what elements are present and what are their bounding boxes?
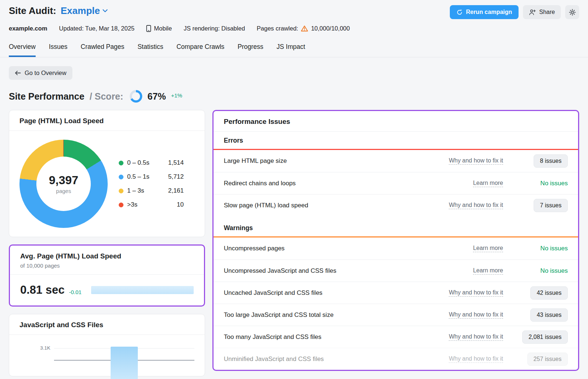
- score-label: / Score:: [90, 91, 123, 102]
- why-how-to-fix-link[interactable]: Why and how to fix it: [449, 333, 503, 341]
- campaign-meta-row: example.com Updated: Tue, Mar 18, 2025 M…: [9, 25, 579, 32]
- warnings-section-title: Warnings: [214, 216, 578, 236]
- legend-value: 2,161: [161, 187, 184, 194]
- avg-load-speed-delta: -0.01: [69, 289, 82, 295]
- chart-bar: [111, 347, 138, 379]
- load-speed-card: Page (HTML) Load Speed 9,397 pages 0 – 0…: [9, 110, 205, 237]
- project-name: Example: [61, 5, 100, 17]
- issues-count-button[interactable]: 42 issues: [530, 286, 568, 300]
- avg-card-title: Avg. Page (HTML) Load Speed: [20, 252, 194, 260]
- legend-value: 10: [161, 201, 184, 208]
- score-ring: [130, 90, 142, 103]
- updated-date: Updated: Tue, Mar 18, 2025: [59, 25, 135, 32]
- site-audit-page: Site Audit: Example Rerun campaign Share: [0, 0, 588, 376]
- campaign-domain: example.com: [9, 25, 47, 32]
- tab-progress[interactable]: Progress: [238, 43, 263, 57]
- pages-crawled-value: 10,000/10,000: [311, 25, 350, 32]
- issues-count-button[interactable]: 43 issues: [530, 308, 568, 322]
- why-how-to-fix-link[interactable]: Why and how to fix it: [449, 289, 503, 297]
- donut-total-pages: 9,397: [49, 174, 78, 187]
- chevron-down-icon: [103, 9, 108, 12]
- issue-label: Large HTML page size: [224, 157, 449, 165]
- arrow-left-icon: [15, 71, 21, 75]
- legend-value: 5,712: [161, 173, 184, 180]
- go-to-overview-label: Go to Overview: [25, 69, 67, 76]
- page-title: Site Audit:: [9, 5, 56, 17]
- gridline-label: 3.1K: [33, 345, 50, 351]
- tab-issues[interactable]: Issues: [49, 43, 68, 57]
- section-title: Site Performance: [9, 91, 85, 102]
- warning-triangle-icon: [301, 25, 308, 32]
- legend-value: 1,514: [161, 159, 184, 167]
- share-button[interactable]: Share: [523, 5, 561, 19]
- settings-button[interactable]: [565, 5, 579, 19]
- issues-count-button[interactable]: 2,081 issues: [522, 330, 568, 344]
- why-how-to-fix-link[interactable]: Why and how to fix it: [449, 202, 503, 209]
- avg-load-speed-value: 0.81 sec: [20, 283, 65, 297]
- tab-crawled-pages[interactable]: Crawled Pages: [81, 43, 125, 57]
- learn-more-link[interactable]: Learn more: [473, 267, 503, 275]
- learn-more-link[interactable]: Learn more: [473, 245, 503, 252]
- legend-label: 0.5 – 1s: [127, 173, 161, 180]
- legend-label: 1 – 3s: [127, 187, 161, 194]
- legend-row: >3s 10: [119, 201, 184, 208]
- gear-icon: [569, 9, 576, 16]
- issue-row: Too many JavaScript and CSS files Why an…: [214, 326, 578, 348]
- js-rendering-status: JS rendering: Disabled: [184, 25, 245, 32]
- tab-overview[interactable]: Overview: [9, 43, 36, 57]
- section-heading: Site Performance / Score: 67% +1%: [9, 90, 579, 103]
- performance-issues-title: Performance Issues: [224, 118, 568, 126]
- load-speed-card-title: Page (HTML) Load Speed: [19, 117, 194, 125]
- issue-label: Too many JavaScript and CSS files: [224, 333, 449, 341]
- issue-label: Uncached JavaScript and CSS files: [224, 289, 449, 297]
- issue-row: Redirect chains and loops Learn more No …: [214, 172, 578, 194]
- rerun-campaign-button[interactable]: Rerun campaign: [450, 5, 519, 19]
- pages-crawled-label: Pages crawled:: [257, 25, 298, 32]
- topbar: Site Audit: Example Rerun campaign Share: [9, 0, 579, 19]
- score-delta: +1%: [171, 92, 182, 99]
- errors-section-title: Errors: [214, 132, 578, 149]
- project-selector[interactable]: Example: [61, 5, 108, 17]
- tab-js-impact[interactable]: JS Impact: [277, 43, 305, 57]
- issue-row: Large HTML page size Why and how to fix …: [214, 150, 578, 172]
- issue-row: Unminified JavaScript and CSS files Why …: [214, 348, 578, 370]
- donut-total-unit: pages: [56, 188, 71, 194]
- issue-row: Uncompressed pages Learn more No issues: [214, 237, 578, 260]
- issue-row: Too large JavaScript and CSS total size …: [214, 304, 578, 326]
- performance-issues-card: Performance Issues Errors Large HTML pag…: [212, 110, 579, 371]
- why-how-to-fix-link[interactable]: Why and how to fix it: [449, 157, 503, 165]
- legend-row: 0.5 – 1s 5,712: [119, 173, 184, 180]
- issue-label: Too large JavaScript and CSS total size: [224, 311, 449, 319]
- no-issues-status: No issues: [540, 245, 568, 252]
- no-issues-status: No issues: [540, 180, 568, 187]
- learn-more-link[interactable]: Learn more: [473, 180, 503, 187]
- legend-label: >3s: [127, 201, 161, 208]
- rerun-campaign-label: Rerun campaign: [466, 9, 512, 15]
- load-speed-donut: 9,397 pages: [19, 140, 108, 228]
- issue-label: Slow page (HTML) load speed: [224, 202, 449, 209]
- why-how-to-fix-link[interactable]: Why and how to fix it: [449, 311, 503, 319]
- why-how-to-fix-link[interactable]: Why and how to fix it: [449, 355, 503, 363]
- js-css-files-card: JavaScript and CSS Files 3.1K: [9, 314, 205, 376]
- mobile-device-icon: [146, 25, 151, 32]
- load-speed-legend: 0 – 0.5s 1,514 0.5 – 1s 5,712 1 – 3s 2,1…: [119, 159, 184, 208]
- tab-statistics[interactable]: Statistics: [137, 43, 163, 57]
- avg-load-speed-bar: [91, 286, 194, 294]
- go-to-overview-button[interactable]: Go to Overview: [9, 66, 72, 80]
- share-person-plus-icon: [529, 9, 536, 15]
- refresh-icon: [456, 9, 463, 15]
- issues-count-button[interactable]: 257 issues: [527, 353, 568, 366]
- legend-dot-yellow: [119, 189, 123, 193]
- js-css-card-title: JavaScript and CSS Files: [19, 321, 194, 329]
- avg-card-subtitle: of 10,000 pages: [20, 262, 194, 269]
- issue-label: Uncompressed pages: [224, 245, 473, 252]
- issue-row: Uncompressed JavaScript and CSS files Le…: [214, 260, 578, 282]
- tab-compare-crawls[interactable]: Compare Crawls: [176, 43, 224, 57]
- legend-dot-red: [119, 203, 123, 207]
- issues-count-button[interactable]: 7 issues: [534, 199, 568, 212]
- legend-row: 1 – 3s 2,161: [119, 187, 184, 194]
- avg-load-speed-card: Avg. Page (HTML) Load Speed of 10,000 pa…: [9, 244, 205, 307]
- issues-count-button[interactable]: 8 issues: [534, 154, 568, 168]
- issue-label: Unminified JavaScript and CSS files: [224, 355, 449, 363]
- legend-dot-green: [119, 161, 123, 165]
